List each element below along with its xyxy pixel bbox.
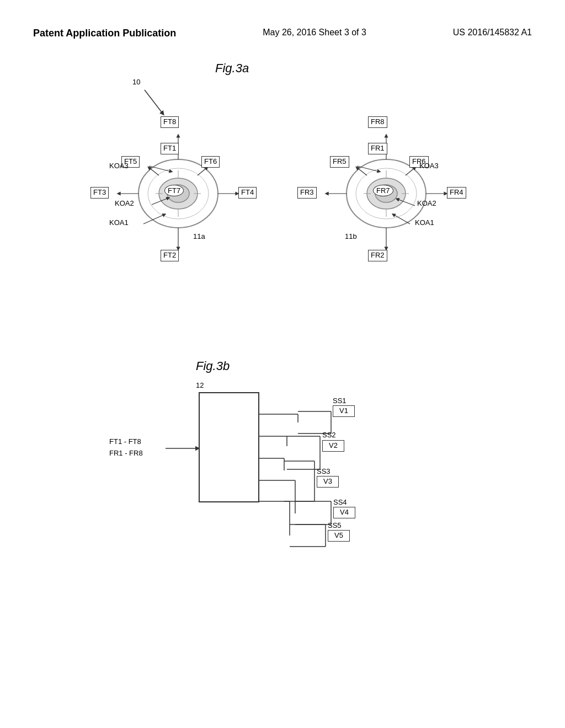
svg-line-32	[198, 168, 207, 175]
svg-line-30	[393, 215, 410, 224]
svg-line-0	[145, 90, 163, 114]
svg-line-18	[149, 166, 171, 172]
page: Patent Application Publication May 26, 2…	[0, 0, 565, 728]
fr2-label: FR2	[368, 250, 387, 261]
fr7-label: FR7	[373, 185, 393, 196]
koa2-left-label: KOA2	[115, 199, 134, 207]
koa1-left-label: KOA1	[109, 218, 129, 227]
v5-box: V5	[328, 530, 350, 542]
koa2-right-label: KOA2	[417, 199, 436, 207]
svg-line-34	[406, 168, 415, 175]
svg-line-28	[143, 215, 164, 224]
fig3b-area: Fig.3b 12 FT1 - FT8 FR1 - FR8	[33, 359, 532, 613]
fr3-label: FR3	[297, 187, 317, 199]
ss2-label: SS2	[322, 431, 336, 439]
svg-line-23	[357, 166, 379, 172]
fr5-label: FR5	[330, 156, 349, 168]
fr1-label: FR1	[368, 143, 387, 154]
svg-line-33	[357, 168, 367, 175]
v2-box: V2	[322, 440, 344, 452]
11a-label: 11a	[193, 232, 205, 240]
fr8-label: FR8	[368, 116, 387, 128]
fig3a-area: Fig.3a 10	[33, 61, 532, 326]
header-right: US 2016/145832 A1	[453, 28, 532, 38]
koa3-left-label: KOA3	[109, 162, 129, 170]
ft8-label: FT8	[161, 116, 179, 128]
ft2-label: FT2	[161, 250, 179, 261]
11b-label: 11b	[345, 232, 357, 240]
v4-box: V4	[333, 507, 355, 518]
koa3-right-label: KOA3	[419, 162, 439, 170]
ss3-label: SS3	[317, 467, 331, 475]
ft4-label: FT4	[238, 187, 257, 199]
v1-box: V1	[333, 405, 355, 417]
header: Patent Application Publication May 26, 2…	[33, 28, 532, 39]
koa1-right-label: KOA1	[415, 218, 434, 227]
v3-box: V3	[317, 476, 339, 488]
ss1-label: SS1	[333, 397, 347, 405]
fig3b-svg	[33, 359, 532, 613]
ft3-label: FT3	[90, 187, 109, 199]
ft6-label: FT6	[201, 156, 220, 168]
ft7-label: FT7	[164, 185, 184, 196]
ss5-label: SS5	[328, 521, 342, 529]
svg-line-31	[149, 168, 159, 175]
header-left: Patent Application Publication	[33, 28, 176, 39]
ss4-label: SS4	[333, 498, 347, 506]
fr4-label: FR4	[447, 187, 466, 199]
ft1-label: FT1	[161, 143, 179, 154]
header-center: May 26, 2016 Sheet 3 of 3	[263, 28, 366, 38]
